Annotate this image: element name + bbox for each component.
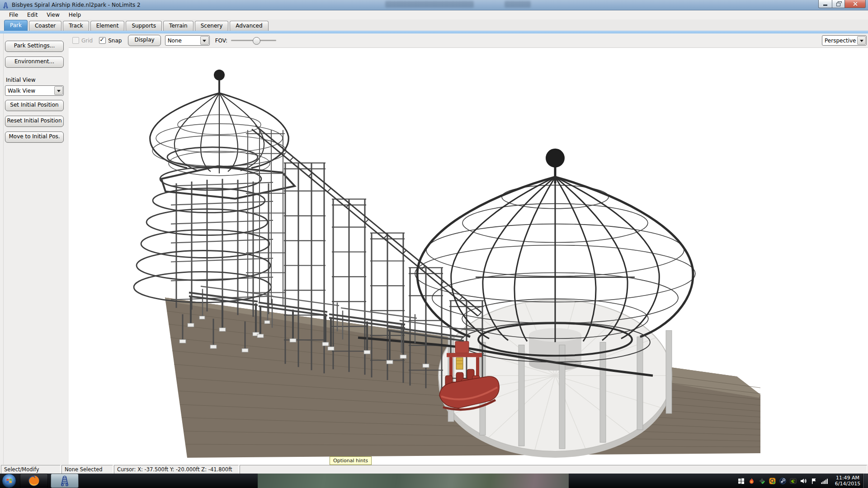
initial-view-dropdown[interactable]: Walk View bbox=[5, 85, 64, 96]
display-mode-value: None bbox=[165, 38, 200, 44]
fov-slider[interactable] bbox=[231, 37, 276, 44]
clock-date: 6/14/2015 bbox=[834, 481, 862, 487]
taskbar: 11:49 AM 6/14/2015 bbox=[0, 474, 868, 488]
snap-label[interactable]: Snap bbox=[108, 38, 122, 44]
nvidia-icon[interactable] bbox=[789, 477, 797, 484]
initial-view-label: Initial View bbox=[6, 77, 69, 83]
initial-view-value: Walk View bbox=[5, 88, 54, 94]
park-settings-button[interactable]: Park Settings... bbox=[5, 41, 64, 52]
chevron-down-icon bbox=[200, 36, 209, 45]
viewport-canvas[interactable] bbox=[69, 48, 868, 465]
grid-label: Grid bbox=[81, 38, 93, 44]
viewport-toolbar: Grid Snap Display None FOV: Perspective bbox=[69, 33, 868, 48]
close-icon bbox=[853, 1, 858, 6]
steam-icon[interactable] bbox=[779, 477, 786, 484]
environment-button[interactable]: Environment... bbox=[5, 56, 64, 68]
statusbar: Select/Modify None Selected Cursor: X: -… bbox=[0, 465, 868, 474]
projection-dropdown[interactable]: Perspective bbox=[822, 35, 867, 46]
taskbar-nolimits-button[interactable] bbox=[51, 474, 79, 488]
sync-icon[interactable] bbox=[758, 477, 765, 484]
fov-label: FOV: bbox=[215, 38, 227, 44]
taskbar-firefox-button[interactable] bbox=[20, 474, 48, 488]
projection-value: Perspective bbox=[822, 38, 857, 44]
action-center-flag-icon[interactable] bbox=[810, 477, 817, 484]
status-cursor-coords: Cursor: X: -37.500ft Y: -20.000ft Z: -41… bbox=[114, 465, 239, 474]
chevron-down-icon bbox=[54, 86, 63, 95]
windows-logo-icon bbox=[6, 478, 12, 484]
fov-slider-thumb[interactable] bbox=[253, 37, 260, 45]
menu-view[interactable]: View bbox=[42, 11, 64, 19]
menu-help[interactable]: Help bbox=[64, 11, 85, 19]
park-sidebar: Park Settings... Environment... Initial … bbox=[0, 33, 69, 465]
menu-file[interactable]: File bbox=[5, 11, 23, 19]
firefox-icon bbox=[28, 475, 40, 487]
restore-button[interactable] bbox=[832, 0, 845, 8]
minimize-button[interactable] bbox=[818, 0, 832, 8]
antivirus-q-icon[interactable] bbox=[769, 477, 776, 484]
optional-hints-tooltip: Optional hints bbox=[330, 456, 372, 465]
tab-scenery[interactable]: Scenery bbox=[195, 21, 229, 31]
tab-coaster[interactable]: Coaster bbox=[29, 21, 61, 31]
move-to-initial-pos-button[interactable]: Move to Initial Pos. bbox=[5, 131, 64, 143]
snap-checkbox[interactable] bbox=[99, 37, 106, 44]
get-windows-10-icon[interactable] bbox=[737, 477, 745, 484]
close-button[interactable] bbox=[845, 0, 866, 8]
status-selection: None Selected bbox=[61, 465, 113, 474]
menu-edit[interactable]: Edit bbox=[23, 11, 42, 19]
start-button[interactable] bbox=[2, 474, 16, 488]
tab-terrain[interactable]: Terrain bbox=[163, 21, 193, 31]
minimize-icon bbox=[823, 5, 827, 6]
reset-initial-position-button[interactable]: Reset Initial Position bbox=[5, 116, 64, 127]
nolimits-icon bbox=[59, 475, 71, 487]
status-mode: Select/Modify bbox=[1, 465, 61, 474]
system-tray: 11:49 AM 6/14/2015 bbox=[737, 474, 862, 488]
background-window-remnant bbox=[505, 1, 531, 8]
network-icon[interactable] bbox=[821, 477, 828, 484]
screen: Bisbyes Spiral Airship Ride.nl2park - No… bbox=[0, 0, 868, 488]
menubar: File Edit View Help bbox=[0, 10, 868, 19]
tab-park[interactable]: Park bbox=[4, 20, 28, 31]
titlebar[interactable]: Bisbyes Spiral Airship Ride.nl2park - No… bbox=[0, 0, 868, 10]
tab-supports[interactable]: Supports bbox=[126, 21, 162, 31]
taskbar-clock[interactable]: 11:49 AM 6/14/2015 bbox=[834, 475, 862, 487]
set-initial-position-button[interactable]: Set Initial Position bbox=[5, 100, 64, 111]
window-title: Bisbyes Spiral Airship Ride.nl2park - No… bbox=[12, 2, 141, 8]
tab-element[interactable]: Element bbox=[90, 21, 125, 31]
display-button[interactable]: Display bbox=[128, 35, 160, 46]
status-empty-cell bbox=[240, 465, 867, 474]
clock-time: 11:49 AM bbox=[834, 475, 862, 481]
show-desktop-button[interactable] bbox=[863, 474, 868, 488]
nolimits-window: Bisbyes Spiral Airship Ride.nl2park - No… bbox=[0, 0, 868, 474]
grid-checkbox bbox=[72, 37, 79, 44]
flame-icon[interactable] bbox=[748, 477, 755, 484]
background-window-remnant bbox=[385, 1, 474, 8]
display-mode-dropdown[interactable]: None bbox=[165, 35, 210, 46]
app-icon bbox=[2, 2, 9, 9]
window-controls bbox=[818, 0, 866, 8]
tab-advanced[interactable]: Advanced bbox=[230, 21, 268, 31]
station-dome bbox=[415, 149, 695, 362]
taskbar-wallpaper-glass bbox=[258, 474, 569, 488]
volume-icon[interactable] bbox=[800, 477, 807, 484]
restore-icon bbox=[836, 3, 840, 6]
chevron-down-icon bbox=[857, 36, 866, 45]
viewport-3d[interactable] bbox=[69, 48, 868, 465]
tab-track[interactable]: Track bbox=[63, 21, 89, 31]
tab-bar: Park Coaster Track Element Supports Terr… bbox=[0, 19, 868, 31]
